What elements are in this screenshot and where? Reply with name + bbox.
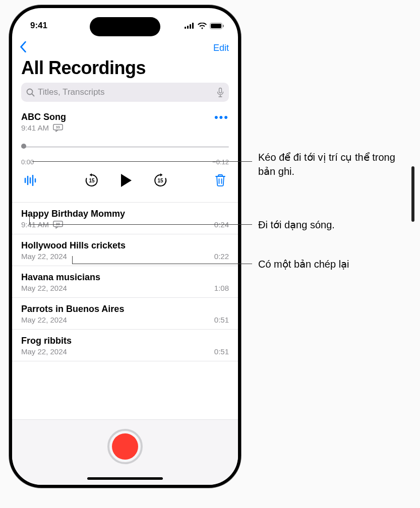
recording-title: Havana musicians: [21, 272, 229, 283]
recording-title: Frog ribbits: [21, 336, 229, 346]
svg-rect-3: [192, 23, 194, 29]
skip-back-15-button[interactable]: 15: [84, 173, 99, 190]
wifi-icon: [198, 23, 207, 29]
status-icons: [185, 23, 224, 29]
svg-rect-0: [185, 27, 186, 29]
notch: [90, 17, 160, 36]
callout-line: [29, 214, 30, 224]
bottom-bar: [12, 419, 238, 485]
recording-row[interactable]: Happy Birthday Mommy9:41 AM990:24: [12, 203, 238, 234]
play-button[interactable]: [119, 173, 133, 190]
recording-subtitle: May 22, 2024: [21, 315, 67, 324]
callout-waveform: Đi tới dạng sóng.: [258, 218, 335, 232]
search-icon: [26, 88, 35, 97]
svg-text:15: 15: [89, 178, 95, 183]
transcript-icon[interactable]: 99: [53, 124, 63, 132]
callout-line: [29, 224, 252, 225]
recording-time: 9:41 AM: [21, 123, 49, 132]
callout-scrub: Kéo để đi tới vị trí cụ thể trong bản gh…: [258, 150, 409, 178]
phone-frame: 9:41 Edit All Recordings: [9, 5, 241, 488]
battery-icon: [210, 23, 224, 29]
callout-line: [72, 256, 73, 264]
search-bar[interactable]: [21, 83, 229, 102]
skip-forward-15-button[interactable]: 15: [153, 173, 168, 190]
svg-text:15: 15: [157, 178, 163, 183]
record-button[interactable]: [107, 429, 143, 464]
scrubber-track: [21, 146, 229, 148]
home-indicator[interactable]: [87, 477, 163, 480]
recording-row[interactable]: Havana musiciansMay 22, 20241:08: [12, 266, 238, 298]
time-elapsed: 0:00: [21, 158, 34, 166]
recording-duration: 1:08: [214, 284, 229, 292]
recording-duration: 0:51: [214, 315, 229, 324]
svg-rect-2: [190, 24, 191, 29]
more-button[interactable]: •••: [214, 112, 229, 121]
recording-title: Happy Birthday Mommy: [21, 209, 229, 219]
playback-scrubber[interactable]: [21, 141, 229, 156]
recording-subtitle: May 22, 2024: [21, 347, 67, 356]
callout-line: [72, 264, 252, 264]
phone-side-button: [411, 166, 414, 222]
recording-title: ABC Song: [21, 112, 66, 122]
recording-row-selected[interactable]: ABC Song 9:41 AM 99 •••: [12, 106, 238, 203]
callout-transcript: Có một bản chép lại: [258, 257, 349, 271]
svg-rect-1: [187, 26, 189, 29]
svg-text:99: 99: [56, 125, 60, 129]
svg-rect-9: [219, 88, 222, 93]
recording-row[interactable]: Hollywood Hills cricketsMay 22, 20240:22: [12, 234, 238, 266]
recording-subtitle: May 22, 2024: [21, 284, 67, 292]
edit-button[interactable]: Edit: [213, 43, 229, 53]
waveform-button[interactable]: [24, 175, 37, 188]
recording-row[interactable]: Frog ribbitsMay 22, 20240:51: [12, 330, 238, 361]
delete-button[interactable]: [215, 174, 226, 189]
mic-icon[interactable]: [217, 88, 224, 97]
cellular-icon: [185, 23, 195, 29]
record-button-inner: [112, 433, 138, 460]
back-button[interactable]: [19, 41, 27, 54]
page-title: All Recordings: [12, 57, 238, 83]
recording-title: Hollywood Hills crickets: [21, 240, 229, 251]
time-remaining: −0:12: [212, 158, 229, 166]
status-time: 9:41: [30, 21, 47, 31]
scrubber-thumb[interactable]: [21, 144, 26, 149]
recording-row-peek[interactable]: .: [12, 361, 238, 378]
recording-subtitle: May 22, 2024: [21, 252, 67, 261]
svg-line-8: [32, 94, 34, 96]
callout-line: [32, 161, 252, 162]
svg-rect-6: [223, 25, 224, 27]
recording-title: Parrots in Buenos Aires: [21, 304, 229, 314]
recording-duration: 0:51: [214, 347, 229, 356]
recording-duration: 0:22: [214, 252, 229, 261]
recording-row[interactable]: Parrots in Buenos AiresMay 22, 20240:51: [12, 298, 238, 330]
svg-rect-5: [211, 24, 221, 28]
search-input[interactable]: [38, 87, 214, 97]
